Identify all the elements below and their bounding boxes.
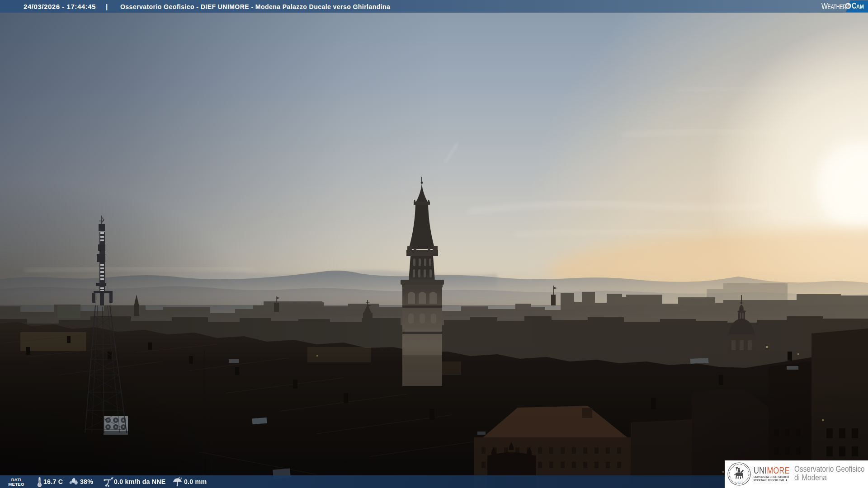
svg-text:1175: 1175 [737, 481, 741, 483]
